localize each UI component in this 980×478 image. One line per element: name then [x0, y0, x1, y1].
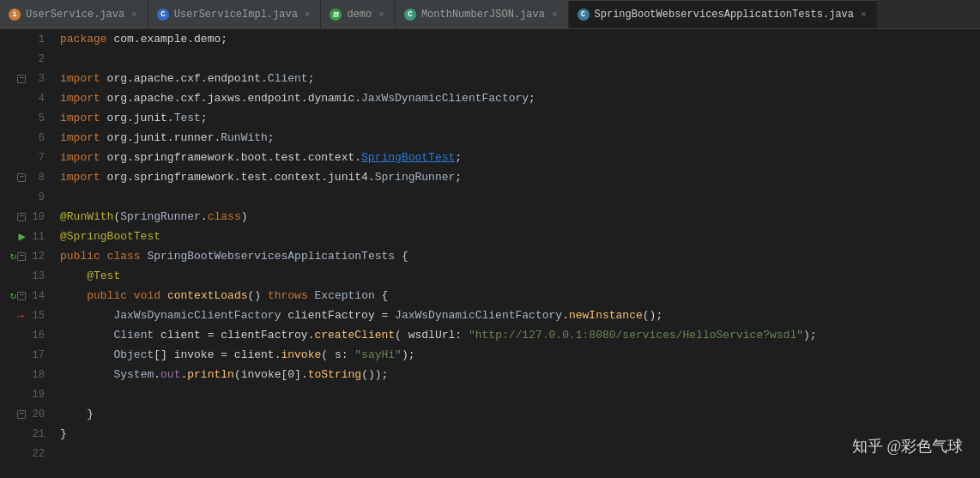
kw-package: package: [60, 33, 107, 45]
line-gutter: 1 2 − 3 4 5 6 7: [0, 29, 51, 478]
line-num-1: 1: [27, 33, 45, 45]
line-num-15: 15: [27, 310, 45, 322]
line-num-19: 19: [27, 389, 45, 401]
code-line-7: import org.springframework.boot.test.con…: [60, 148, 980, 167]
gutter-row-7: 7: [0, 148, 51, 167]
tab-userserviceimpl[interactable]: C UserServiceImpl.java ×: [148, 0, 322, 28]
tab-springboot-tests[interactable]: C SpringBootWebservicesApplicationTests.…: [569, 0, 878, 28]
gutter-row-8: − 8: [0, 167, 51, 187]
code-line-17: Object[] invoke = client.invoke( s: "say…: [60, 345, 980, 365]
code-line-12: public class SpringBootWebservicesApplic…: [60, 246, 980, 266]
ann-springboottest: @SpringBootTest: [60, 230, 160, 243]
gutter-row-12: ↻ − 12: [0, 246, 51, 266]
gutter-row-17: 17: [0, 345, 51, 365]
run-icon-14[interactable]: ↻: [10, 289, 16, 302]
fold-icon-12[interactable]: −: [17, 252, 26, 261]
editor-body: 1 2 − 3 4 5 6 7: [0, 29, 980, 478]
kw-public-14: public: [87, 289, 127, 302]
line-num-7: 7: [27, 152, 45, 164]
gutter-row-3: − 3: [0, 69, 51, 88]
line-num-5: 5: [27, 112, 45, 124]
code-line-4: import org.apache.cxf.jaxws.endpoint.dyn…: [60, 88, 980, 108]
gutter-row-5: 5: [0, 108, 51, 128]
pkg-name: com.example.demo: [113, 33, 221, 45]
str-wsdlurl: "http://127.0.0.1:8080/services/HelloSer…: [469, 329, 803, 342]
tab-close-1[interactable]: ×: [130, 9, 139, 20]
kw-import-8: import: [60, 171, 100, 184]
gutter-row-21: 21: [0, 424, 51, 444]
code-line-21: }: [60, 424, 980, 444]
method-println: println: [187, 368, 234, 381]
tab-icon-1: i: [9, 9, 21, 21]
method-contextloads: contextLoads: [167, 289, 248, 302]
run-icon-12[interactable]: ↻: [10, 250, 16, 263]
tab-label-5: SpringBootWebservicesApplicationTests.ja…: [595, 9, 854, 21]
editor-root: i UserService.java × C UserServiceImpl.j…: [0, 0, 980, 478]
gutter-row-22: 22: [0, 444, 51, 463]
tab-icon-5: C: [578, 9, 590, 21]
code-line-19: [60, 384, 980, 404]
line-num-16: 16: [27, 330, 45, 342]
tab-label-2: UserServiceImpl.java: [174, 9, 298, 21]
tab-monthnumber[interactable]: C MonthNumberJSON.java ×: [396, 0, 569, 28]
line-num-10: 10: [27, 211, 45, 223]
line-num-2: 2: [27, 53, 45, 65]
line-num-18: 18: [27, 369, 45, 381]
line-num-20: 20: [27, 408, 45, 421]
tab-close-2[interactable]: ×: [303, 9, 312, 20]
line-num-12: 12: [27, 251, 45, 263]
kw-import-6: import: [60, 131, 100, 144]
code-line-2: [60, 49, 980, 69]
gutter-row-14: ↻ − 14: [0, 286, 51, 306]
line-num-4: 4: [27, 93, 45, 105]
code-line-20: }: [60, 404, 980, 424]
method-createclient: createClient: [314, 329, 395, 342]
tab-userservice[interactable]: i UserService.java ×: [0, 0, 148, 28]
run-icon-11[interactable]: ▶: [19, 229, 26, 244]
tab-icon-2: C: [157, 9, 169, 21]
method-tostring: toString: [308, 368, 361, 381]
code-line-8: import org.springframework.test.context.…: [60, 167, 980, 187]
tab-close-3[interactable]: ×: [377, 9, 386, 20]
link-springboottest[interactable]: SpringBootTest: [361, 151, 455, 164]
line-num-3: 3: [27, 73, 45, 85]
kw-public-12: public: [60, 250, 100, 263]
kw-throws: throws: [268, 289, 308, 302]
line-num-11: 11: [27, 231, 45, 243]
tab-bar: i UserService.java × C UserServiceImpl.j…: [0, 0, 980, 29]
line-num-14: 14: [27, 290, 45, 302]
kw-import-4: import: [60, 92, 100, 105]
fold-icon-14[interactable]: −: [17, 292, 26, 300]
line-num-8: 8: [27, 172, 45, 184]
code-line-22: [60, 444, 980, 463]
line-num-9: 9: [27, 191, 45, 203]
kw-class: class: [107, 250, 141, 263]
code-line-5: import org.junit.Test;: [60, 108, 980, 128]
gutter-row-10: − 10: [0, 207, 51, 227]
kw-void: void: [134, 289, 160, 302]
tab-label-1: UserService.java: [26, 9, 124, 21]
line-num-13: 13: [27, 270, 45, 282]
tab-demo[interactable]: m demo ×: [321, 0, 395, 28]
line-num-22: 22: [27, 448, 45, 460]
fold-icon-10[interactable]: −: [17, 213, 26, 221]
kw-import-7: import: [60, 151, 100, 164]
fold-icon-3[interactable]: −: [17, 75, 26, 83]
code-line-10: @RunWith(SpringRunner.class): [60, 207, 980, 227]
code-line-14: public void contextLoads() throws Except…: [60, 286, 980, 306]
fold-icon-20[interactable]: −: [17, 410, 26, 419]
code-line-6: import org.junit.runner.RunWith;: [60, 128, 980, 148]
code-line-11: @SpringBootTest: [60, 227, 980, 246]
tab-close-4[interactable]: ×: [550, 9, 560, 20]
gutter-row-20: − 20: [0, 404, 51, 424]
gutter-row-15: → 15: [0, 306, 51, 325]
gutter-row-13: 13: [0, 266, 51, 286]
gutter-row-19: 19: [0, 384, 51, 404]
fold-icon-8[interactable]: −: [17, 173, 26, 182]
code-line-9: [60, 187, 980, 207]
ann-test: @Test: [87, 269, 120, 282]
code-line-13: @Test: [60, 266, 980, 286]
code-content[interactable]: package com.example.demo; import org.apa…: [51, 29, 980, 478]
tab-close-5[interactable]: ×: [859, 9, 868, 20]
tab-icon-4: C: [404, 9, 416, 21]
